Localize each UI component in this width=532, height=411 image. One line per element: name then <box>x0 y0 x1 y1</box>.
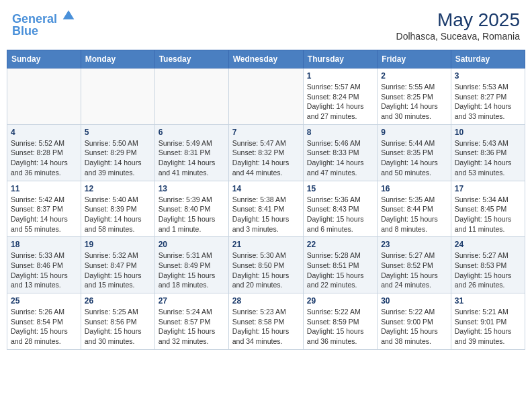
title-area: May 2025 Dolhasca, Suceava, Romania <box>396 9 520 42</box>
day-number: 26 <box>85 296 151 306</box>
day-number: 6 <box>159 128 225 137</box>
calendar-cell: 20Sunrise: 5:31 AMSunset: 8:49 PMDayligh… <box>154 237 228 293</box>
day-number: 21 <box>232 240 300 249</box>
calendar-cell: 19Sunrise: 5:32 AMSunset: 8:47 PMDayligh… <box>81 237 154 293</box>
calendar-cell: 9Sunrise: 5:44 AMSunset: 8:35 PMDaylight… <box>378 124 451 181</box>
day-info: Sunrise: 5:26 AMSunset: 8:54 PMDaylight:… <box>11 307 77 347</box>
calendar-week-1: 1Sunrise: 5:57 AMSunset: 8:24 PMDaylight… <box>7 68 525 125</box>
day-info: Sunrise: 5:46 AMSunset: 8:33 PMDaylight:… <box>307 138 373 178</box>
calendar-cell: 8Sunrise: 5:46 AMSunset: 8:33 PMDaylight… <box>303 124 377 181</box>
day-number: 8 <box>307 128 373 137</box>
day-number: 27 <box>159 296 225 306</box>
calendar-cell: 7Sunrise: 5:47 AMSunset: 8:32 PMDaylight… <box>228 124 303 181</box>
month-year: May 2025 <box>396 9 520 31</box>
calendar-cell: 21Sunrise: 5:30 AMSunset: 8:50 PMDayligh… <box>228 237 303 293</box>
calendar-cell: 29Sunrise: 5:22 AMSunset: 8:59 PMDayligh… <box>303 293 377 350</box>
day-number: 12 <box>85 184 151 193</box>
day-info: Sunrise: 5:50 AMSunset: 8:29 PMDaylight:… <box>85 138 151 178</box>
location: Dolhasca, Suceava, Romania <box>396 31 520 42</box>
day-info: Sunrise: 5:22 AMSunset: 8:59 PMDaylight:… <box>307 307 373 347</box>
calendar-cell: 5Sunrise: 5:50 AMSunset: 8:29 PMDaylight… <box>81 124 154 181</box>
day-info: Sunrise: 5:28 AMSunset: 8:51 PMDaylight:… <box>307 250 373 290</box>
logo-icon <box>62 8 75 21</box>
day-number: 17 <box>455 184 521 193</box>
day-number: 25 <box>11 296 77 306</box>
calendar-table: SundayMondayTuesdayWednesdayThursdayFrid… <box>7 50 525 350</box>
calendar-cell: 23Sunrise: 5:27 AMSunset: 8:52 PMDayligh… <box>378 237 451 293</box>
calendar-cell: 15Sunrise: 5:36 AMSunset: 8:43 PMDayligh… <box>303 181 377 237</box>
day-info: Sunrise: 5:55 AMSunset: 8:25 PMDaylight:… <box>381 82 447 122</box>
calendar-cell: 28Sunrise: 5:23 AMSunset: 8:58 PMDayligh… <box>228 293 303 350</box>
day-info: Sunrise: 5:47 AMSunset: 8:32 PMDaylight:… <box>232 138 300 178</box>
calendar-week-2: 4Sunrise: 5:52 AMSunset: 8:28 PMDaylight… <box>7 124 525 181</box>
day-info: Sunrise: 5:42 AMSunset: 8:37 PMDaylight:… <box>11 195 77 234</box>
day-info: Sunrise: 5:31 AMSunset: 8:49 PMDaylight:… <box>159 250 225 290</box>
day-number: 18 <box>11 240 77 249</box>
day-info: Sunrise: 5:25 AMSunset: 8:56 PMDaylight:… <box>85 307 151 347</box>
day-number: 16 <box>381 184 447 193</box>
day-number: 20 <box>159 240 225 249</box>
day-number: 30 <box>381 296 447 306</box>
day-header-monday: Monday <box>81 50 154 68</box>
calendar-cell: 10Sunrise: 5:43 AMSunset: 8:36 PMDayligh… <box>451 124 525 181</box>
calendar-cell: 6Sunrise: 5:49 AMSunset: 8:31 PMDaylight… <box>154 124 228 181</box>
day-info: Sunrise: 5:44 AMSunset: 8:35 PMDaylight:… <box>381 138 447 178</box>
day-header-wednesday: Wednesday <box>228 50 303 68</box>
day-info: Sunrise: 5:43 AMSunset: 8:36 PMDaylight:… <box>455 138 521 178</box>
day-info: Sunrise: 5:21 AMSunset: 9:01 PMDaylight:… <box>455 307 521 347</box>
day-number: 28 <box>232 296 300 306</box>
calendar-cell: 2Sunrise: 5:55 AMSunset: 8:25 PMDaylight… <box>378 68 451 125</box>
day-number: 7 <box>232 128 300 137</box>
calendar-cell: 11Sunrise: 5:42 AMSunset: 8:37 PMDayligh… <box>7 181 81 237</box>
calendar-week-5: 25Sunrise: 5:26 AMSunset: 8:54 PMDayligh… <box>7 293 525 350</box>
day-info: Sunrise: 5:27 AMSunset: 8:53 PMDaylight:… <box>455 250 521 290</box>
day-info: Sunrise: 5:34 AMSunset: 8:45 PMDaylight:… <box>455 195 521 234</box>
day-number: 5 <box>85 128 151 137</box>
day-info: Sunrise: 5:22 AMSunset: 9:00 PMDaylight:… <box>381 307 447 347</box>
day-number: 1 <box>307 71 373 81</box>
calendar-cell: 16Sunrise: 5:35 AMSunset: 8:44 PMDayligh… <box>378 181 451 237</box>
day-info: Sunrise: 5:36 AMSunset: 8:43 PMDaylight:… <box>307 195 373 234</box>
day-info: Sunrise: 5:49 AMSunset: 8:31 PMDaylight:… <box>159 138 225 178</box>
calendar-cell <box>154 68 228 125</box>
day-number: 19 <box>85 240 151 249</box>
day-number: 10 <box>455 128 521 137</box>
calendar-cell: 17Sunrise: 5:34 AMSunset: 8:45 PMDayligh… <box>451 181 525 237</box>
calendar-cell: 31Sunrise: 5:21 AMSunset: 9:01 PMDayligh… <box>451 293 525 350</box>
logo-blue: Blue <box>12 25 75 38</box>
day-number: 2 <box>381 71 447 81</box>
calendar-cell: 24Sunrise: 5:27 AMSunset: 8:53 PMDayligh… <box>451 237 525 293</box>
calendar-cell: 1Sunrise: 5:57 AMSunset: 8:24 PMDaylight… <box>303 68 377 125</box>
day-info: Sunrise: 5:33 AMSunset: 8:46 PMDaylight:… <box>11 250 77 290</box>
calendar-cell: 12Sunrise: 5:40 AMSunset: 8:39 PMDayligh… <box>81 181 154 237</box>
calendar-cell: 22Sunrise: 5:28 AMSunset: 8:51 PMDayligh… <box>303 237 377 293</box>
day-number: 22 <box>307 240 373 249</box>
day-info: Sunrise: 5:52 AMSunset: 8:28 PMDaylight:… <box>11 138 77 178</box>
svg-marker-0 <box>63 10 75 19</box>
page-header: General Blue May 2025 Dolhasca, Suceava,… <box>7 7 525 44</box>
day-info: Sunrise: 5:38 AMSunset: 8:41 PMDaylight:… <box>232 195 300 234</box>
day-number: 13 <box>159 184 225 193</box>
calendar-cell <box>7 68 81 125</box>
day-info: Sunrise: 5:53 AMSunset: 8:27 PMDaylight:… <box>455 82 521 122</box>
calendar-header-row: SundayMondayTuesdayWednesdayThursdayFrid… <box>7 50 525 68</box>
day-number: 9 <box>381 128 447 137</box>
calendar-cell: 25Sunrise: 5:26 AMSunset: 8:54 PMDayligh… <box>7 293 81 350</box>
day-header-saturday: Saturday <box>451 50 525 68</box>
calendar-week-4: 18Sunrise: 5:33 AMSunset: 8:46 PMDayligh… <box>7 237 525 293</box>
day-number: 29 <box>307 296 373 306</box>
day-header-sunday: Sunday <box>7 50 81 68</box>
day-number: 15 <box>307 184 373 193</box>
calendar-cell: 4Sunrise: 5:52 AMSunset: 8:28 PMDaylight… <box>7 124 81 181</box>
day-info: Sunrise: 5:32 AMSunset: 8:47 PMDaylight:… <box>85 250 151 290</box>
calendar-cell <box>228 68 303 125</box>
day-header-friday: Friday <box>378 50 451 68</box>
day-number: 11 <box>11 184 77 193</box>
day-number: 31 <box>455 296 521 306</box>
day-header-thursday: Thursday <box>303 50 377 68</box>
day-number: 4 <box>11 128 77 137</box>
day-info: Sunrise: 5:57 AMSunset: 8:24 PMDaylight:… <box>307 82 373 122</box>
day-number: 14 <box>232 184 300 193</box>
calendar-cell: 30Sunrise: 5:22 AMSunset: 9:00 PMDayligh… <box>378 293 451 350</box>
day-info: Sunrise: 5:35 AMSunset: 8:44 PMDaylight:… <box>381 195 447 234</box>
